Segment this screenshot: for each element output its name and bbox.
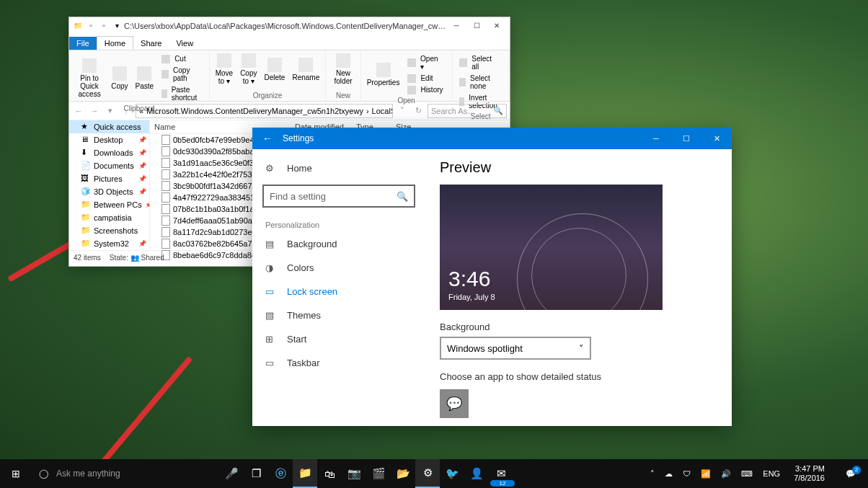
people-icon[interactable]: 👤 [464,459,489,488]
crumb-localstate[interactable]: LocalState [372,107,393,115]
nav-lock-screen[interactable]: ▭Lock screen [255,280,422,303]
refresh-button[interactable]: ↻ [412,105,425,117]
settings-taskbar-icon[interactable]: ⚙ [415,459,440,488]
copy-path-button[interactable]: Copy path [159,65,205,84]
nav-start[interactable]: ⊞Start [255,327,422,351]
search-icon: 🔍 [397,191,408,202]
tree-item[interactable]: ⬇Downloads📌 [69,146,149,159]
open-button[interactable]: Open ▾ [405,53,447,72]
cut-button[interactable]: Cut [159,53,205,64]
volume-icon[interactable]: 🔊 [719,469,733,479]
paste-button[interactable]: Paste [133,52,157,105]
tree-item[interactable]: 🧊3D Objects📌 [69,185,149,198]
copy-path-icon [161,70,169,79]
twitter-icon[interactable]: 🐦 [440,459,464,488]
breadcrumb[interactable]: « Microsoft.Windows.ContentDeliveryManag… [136,104,393,118]
pin-icon: 📌 [138,188,146,195]
move-to-button[interactable]: Move to ▾ [213,52,236,86]
folder-icon: 🖥 [81,135,91,145]
tree-item[interactable]: 📄Documents📌 [69,159,149,172]
recent-dropdown[interactable]: ▾ [104,105,117,117]
folder-pinned-icon[interactable]: 📂 [391,459,415,488]
settings-content: Preview 3:46 Friday, July 8 Background W… [425,149,732,426]
cortana-mic-icon[interactable]: 🎤 [219,459,244,488]
forward-button[interactable]: → [88,105,101,117]
qat-new-folder-icon[interactable]: ▫ [98,20,110,32]
tree-item[interactable]: 📁Screenshots [69,224,149,237]
file-icon [161,135,170,145]
delete-button[interactable]: Delete [262,52,288,86]
folder-icon: 🧊 [81,187,91,197]
paste-shortcut-button[interactable]: Paste shortcut [159,84,205,103]
tab-share[interactable]: Share [133,37,169,50]
ribbon: Pin to Quick access Copy Paste Cut Copy … [69,50,510,102]
path-dropdown[interactable]: ˅ [396,105,409,117]
language-indicator[interactable]: ENG [761,469,782,478]
explorer-taskbar-icon[interactable]: 📁 [293,459,317,488]
up-button[interactable]: ↑ [120,105,133,117]
settings-titlebar[interactable]: ← Settings ─ ☐ ✕ [252,128,732,149]
camera-app-icon[interactable]: 📷 [342,459,366,488]
qat-chevron-down-icon[interactable]: ▾ [111,20,123,32]
settings-search-input[interactable]: Find a setting🔍 [262,185,415,208]
minimize-button[interactable]: ─ [641,134,671,143]
explorer-search-input[interactable]: Search As…🔍 [428,104,507,118]
action-center-button[interactable]: 💬2 [836,469,865,479]
tree-item[interactable]: 📁System32📌 [69,237,149,250]
pin-quick-access-button[interactable]: Pin to Quick access [72,52,107,105]
crumb-package[interactable]: Microsoft.Windows.ContentDeliveryManager… [146,107,363,115]
defender-icon[interactable]: 🛡 [681,469,693,478]
copy-button[interactable]: Copy [108,52,130,105]
network-icon[interactable]: 📶 [699,469,713,479]
select-all-button[interactable]: Select all [457,53,505,72]
nav-taskbar[interactable]: ▭Taskbar [255,351,422,375]
onedrive-icon[interactable]: ☁ [663,469,675,479]
nav-themes[interactable]: ▧Themes [255,303,422,327]
tree-item[interactable]: 🖼Pictures📌 [69,172,149,185]
nav-colors[interactable]: ◑Colors [255,256,422,280]
background-label: Background [440,321,717,332]
folder-icon: 📁 [81,239,91,249]
copy-to-button[interactable]: Copy to ▾ [237,52,260,86]
rename-button[interactable]: Rename [289,52,322,86]
tab-file[interactable]: File [69,37,97,50]
clock[interactable]: 3:47 PM 7/8/2016 [788,464,831,483]
qat-properties-icon[interactable]: ▫ [85,20,97,32]
tab-home[interactable]: Home [97,36,133,50]
explorer-titlebar[interactable]: 📁 ▫ ▫ ▾ C:\Users\xbox\AppData\Local\Pack… [69,17,510,34]
file-icon [161,227,170,237]
tree-item[interactable]: 📁Between PCs📌 [69,198,149,211]
close-button[interactable]: ✕ [701,134,732,143]
keyboard-icon[interactable]: ⌨ [739,469,755,479]
cortana-search[interactable]: ◯Ask me anything [32,459,219,488]
tab-view[interactable]: View [169,37,200,50]
tray-chevron-up-icon[interactable]: ˄ [648,469,657,479]
nav-home[interactable]: ⚙Home [255,156,422,180]
movies-icon[interactable]: 🎬 [366,459,391,488]
edit-button[interactable]: Edit [405,73,447,84]
new-folder-button[interactable]: New folder [329,52,358,86]
history-button[interactable]: History [405,84,447,95]
task-view-button[interactable]: ❐ [244,459,268,488]
app-status-label: Choose an app to show detailed status [440,371,717,382]
tree-item[interactable]: 🖥Desktop📌 [69,133,149,146]
start-button[interactable]: ⊞ [0,468,32,479]
tree-item[interactable]: ★Quick access [69,120,149,133]
background-dropdown[interactable]: Windows spotlight˅ [440,337,591,360]
maximize-button[interactable]: ☐ [466,19,487,33]
maximize-button[interactable]: ☐ [671,134,701,143]
close-button[interactable]: ✕ [487,19,507,33]
store-icon[interactable]: 🛍 [317,459,342,488]
back-button[interactable]: ← [72,105,85,117]
app-tile-button[interactable]: 💬 [440,389,469,418]
back-button[interactable]: ← [252,133,283,144]
nav-background[interactable]: ▤Background [255,232,422,256]
mail-icon[interactable]: ✉12 [489,459,513,488]
search-icon: 🔍 [493,106,503,115]
minimize-button[interactable]: ─ [446,19,466,33]
edge-icon[interactable]: ⓔ [268,459,293,488]
select-none-button[interactable]: Select none [457,73,505,92]
lock-screen-icon: ▭ [265,286,277,297]
tree-item[interactable]: 📁campatisia [69,211,149,224]
properties-button[interactable]: Properties [364,52,403,97]
